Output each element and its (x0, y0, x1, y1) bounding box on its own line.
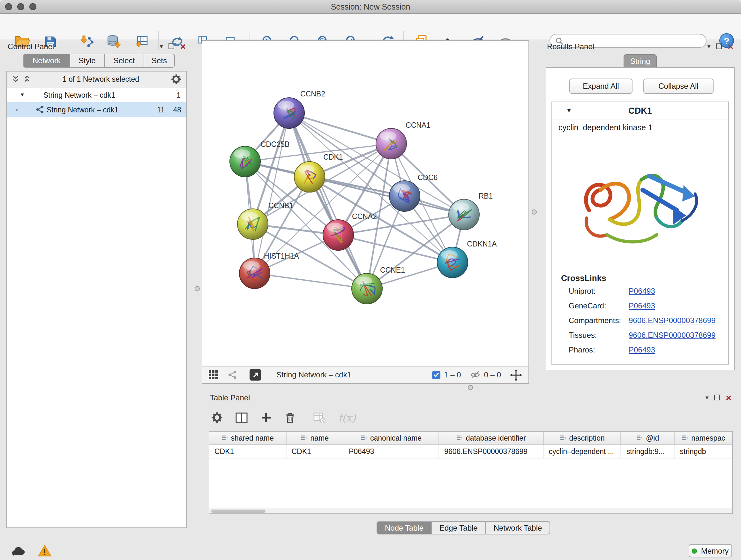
crosslink-value-genecard[interactable]: P06493 (629, 301, 655, 310)
collection-disclosure-icon[interactable]: ▼ (20, 92, 25, 98)
column-label: description (569, 434, 605, 442)
tab-sets[interactable]: Sets (144, 54, 175, 68)
control-panel-float-icon[interactable] (169, 44, 174, 49)
network-view-toolbar: String Network – cdk1 1 – 0 0 – 0 (202, 366, 529, 383)
node-label-CDKN1A: CDKN1A (467, 240, 497, 248)
pan-crosshair-icon[interactable] (510, 369, 522, 381)
results-panel-float-icon[interactable] (716, 44, 722, 49)
network-node-RB1[interactable]: RB1 (449, 192, 493, 230)
network-node-HIST1H1A[interactable]: HIST1H1A (239, 252, 299, 289)
network-collection-row[interactable]: ▼ String Network – cdk1 1 (7, 87, 186, 102)
crosslink-value-tissues[interactable]: 9606.ENSP00000378699 (629, 331, 716, 340)
open-in-browser-button[interactable] (250, 369, 261, 381)
column-header-id[interactable]: @id (621, 432, 675, 444)
crosslink-value-uniprot[interactable]: P06493 (629, 287, 655, 296)
results-panel-collapse-icon[interactable]: ▾ (707, 43, 711, 50)
control-panel-collapse-icon[interactable]: ▾ (159, 43, 163, 50)
cloud-status-icon[interactable] (10, 545, 26, 557)
title-bar[interactable]: Session: New Session (0, 0, 741, 14)
warning-status-icon[interactable] (38, 545, 52, 557)
network-canvas[interactable]: CCNB2CCNA1CDC25BCDK1CDC6RB1CCNB1CCNA2CDK… (202, 41, 529, 366)
external-arrow-icon (252, 371, 259, 378)
collapse-all-button[interactable]: Collapse All (643, 78, 714, 94)
sort-icon (636, 435, 643, 441)
delete-column-trash-icon[interactable] (285, 412, 295, 424)
column-header-description[interactable]: description (543, 432, 621, 444)
expand-all-button[interactable]: Expand All (569, 78, 632, 94)
gene-section-header[interactable]: ▼ CDK1 (552, 102, 728, 119)
column-header-namespace[interactable]: namespac (675, 432, 732, 444)
crosslink-label-compartments: Compartments: (569, 316, 621, 325)
sort-icon (456, 435, 463, 441)
gene-section-cdk1: ▼ CDK1 cyclin–dependent kinase 1 (551, 102, 729, 365)
sort-icon (560, 435, 567, 441)
table-row[interactable]: CDK1 CDK1 P06493 9606.ENSP00000378699 cy… (209, 445, 732, 459)
network-list: 1 of 1 Network selected ▼ String Network… (6, 71, 187, 528)
expand-all-networks-icon[interactable] (12, 75, 19, 83)
memory-label: Memory (701, 546, 729, 555)
table-panel-float-icon[interactable] (714, 395, 720, 400)
network-edges (245, 113, 464, 289)
birdseye-grid-icon[interactable] (209, 370, 218, 379)
selected-count-checkbox[interactable] (432, 371, 440, 379)
show-columns-icon[interactable] (235, 412, 248, 423)
tab-edge-table[interactable]: Edge Table (432, 521, 486, 535)
table-panel-tabs: Node Table Edge Table Network Table (377, 521, 550, 535)
section-disclosure-icon[interactable]: ▼ (566, 107, 572, 114)
network-row-label: String Network – cdk1 (47, 106, 118, 113)
sort-icon (300, 435, 308, 441)
crosslink-label-uniprot: Uniprot: (569, 287, 596, 296)
tab-style[interactable]: Style (70, 54, 105, 68)
table-panel-title: Table Panel (210, 393, 250, 402)
table-horizontal-scrollbar[interactable] (209, 508, 732, 513)
memory-button[interactable]: Memory (689, 544, 732, 557)
control-panel-close-icon[interactable]: × (180, 42, 186, 51)
scrollbar-thumb[interactable] (211, 509, 266, 513)
network-node-CDKN1A[interactable]: CDKN1A (437, 240, 497, 278)
status-bar: Memory (0, 542, 741, 560)
results-panel: Results Panel ▾ × String Expand All Coll… (543, 40, 737, 388)
tab-node-table[interactable]: Node Table (377, 521, 432, 535)
left-splitter-grip[interactable] (195, 286, 200, 291)
column-header-shared-name[interactable]: shared name (209, 432, 286, 444)
network-view-title: String Network – cdk1 (276, 370, 351, 379)
table-panel-collapse-icon[interactable]: ▾ (705, 394, 709, 401)
bottom-splitter-grip[interactable] (468, 385, 473, 390)
results-panel-close-icon[interactable]: × (728, 42, 733, 51)
tab-select[interactable]: Select (105, 54, 144, 68)
memory-status-led (692, 548, 697, 553)
column-header-name[interactable]: name (286, 432, 344, 444)
collapse-all-networks-icon[interactable] (23, 75, 30, 83)
crosslink-value-compartments[interactable]: 9606.ENSP00000378699 (629, 316, 716, 325)
selected-count: 1 – 0 (444, 370, 461, 379)
protein-structure-image (567, 134, 714, 267)
network-node-CCNB2[interactable]: CCNB2 (274, 90, 325, 128)
share-network-icon[interactable] (228, 370, 237, 379)
crosslink-value-pharos[interactable]: P06493 (629, 346, 655, 354)
network-node-CDK1[interactable]: CDK1 (294, 153, 343, 192)
add-column-plus-icon[interactable] (260, 412, 272, 423)
column-label: namespac (691, 434, 725, 442)
node-label-CCNA2: CCNA2 (352, 212, 377, 221)
column-label: name (310, 434, 329, 442)
tab-network[interactable]: Network (23, 54, 70, 68)
network-options-gear-icon[interactable] (171, 74, 181, 84)
table-panel-close-icon[interactable]: × (726, 393, 731, 402)
right-splitter-grip[interactable] (532, 209, 537, 214)
results-tab-string[interactable]: String (623, 54, 657, 68)
table-options-gear-icon[interactable] (211, 412, 223, 423)
node-label-CDC6: CDC6 (418, 173, 438, 182)
sort-icon (682, 435, 689, 441)
crosslink-label-genecard: GeneCard: (569, 301, 606, 310)
column-header-canonical-name[interactable]: canonical name (344, 432, 439, 444)
hidden-count: 0 – 0 (484, 370, 501, 379)
network-node-CCNA1[interactable]: CCNA1 (376, 121, 430, 159)
control-panel-header: Control Panel ▾ × (4, 40, 190, 52)
check-icon (433, 372, 439, 377)
column-header-database-identifier[interactable]: database identifier (439, 432, 543, 444)
network-row-selected[interactable]: ● String Network – cdk1 11 48 (7, 102, 186, 117)
crosslinks-title: CrossLinks (561, 273, 606, 283)
collection-count: 1 (177, 91, 181, 99)
sort-icon (360, 435, 367, 441)
tab-network-table[interactable]: Network Table (486, 521, 550, 535)
